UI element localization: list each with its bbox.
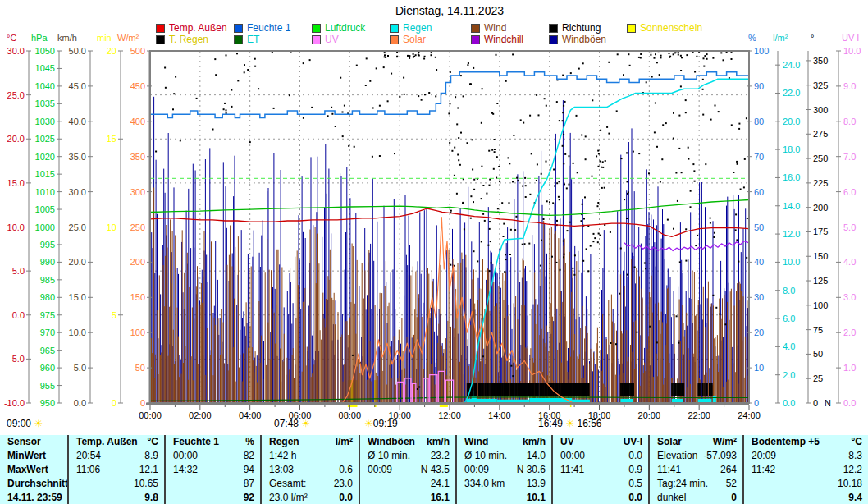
svg-text:l/m²: l/m² [773, 33, 788, 43]
table-cell: Sensor [0, 435, 67, 449]
cell-value: 0.0 [308, 492, 359, 503]
svg-text:N: N [825, 398, 831, 408]
svg-text:1030: 1030 [35, 117, 55, 126]
cell-value: 9.4 [752, 492, 868, 503]
cell-value: 0.6 [294, 464, 359, 475]
svg-text:%: % [748, 33, 756, 43]
svg-text:15.0: 15.0 [7, 178, 25, 188]
column-name: Windböen [360, 436, 415, 447]
column-name: Temp. Außen [69, 436, 138, 447]
svg-text:14:00: 14:00 [488, 410, 511, 420]
svg-text:min: min [97, 33, 112, 43]
cell-time: 00:00 [553, 450, 585, 461]
column-name: Solar [650, 436, 682, 447]
svg-text:18.0: 18.0 [783, 144, 800, 154]
svg-text:04:00: 04:00 [239, 410, 262, 420]
axis-deg: 0255075100125150175200225250275300325350… [806, 33, 831, 408]
axis-wm2: 050100150200250300350400450500W/m² [117, 33, 152, 408]
svg-text:7.0: 7.0 [843, 152, 856, 162]
cell-time: 13:03 [262, 464, 294, 475]
svg-text:1035: 1035 [35, 99, 55, 108]
svg-text:965: 965 [40, 346, 55, 355]
cell-value: -57.093 [697, 450, 742, 461]
table-cell: 10.18 [744, 476, 868, 490]
table-cell: 92 [166, 490, 260, 504]
svg-text:40: 40 [754, 257, 764, 267]
svg-text:150: 150 [813, 251, 828, 261]
table-cell: 11:41264 [650, 463, 742, 477]
svg-text:22:00: 22:00 [688, 410, 710, 420]
svg-text:9.0: 9.0 [843, 81, 856, 91]
svg-text:2.0: 2.0 [783, 370, 795, 380]
table-cell: 334.0 km13.9 [457, 476, 551, 490]
table-cell: 14:3294 [166, 463, 260, 477]
svg-text:250: 250 [130, 222, 145, 232]
column-unit: km/h [415, 436, 455, 447]
table-col-solar: SolarW/m²Elevation-57.09311:41264Tag:24 … [648, 435, 742, 504]
table-cell: Gesamt:23.0 [262, 476, 359, 490]
svg-text:175: 175 [813, 227, 828, 236]
cell-value: 82 [198, 450, 260, 461]
svg-text:02:00: 02:00 [189, 410, 212, 420]
cell-value: 16.1 [368, 492, 455, 503]
svg-text:20.0: 20.0 [783, 117, 800, 126]
table-cell: 00:0082 [166, 449, 260, 463]
table-cell: Bodentemp +5°C [744, 435, 868, 449]
cell-time: 23.0 l/m² [262, 492, 308, 503]
svg-text:0: 0 [140, 398, 145, 408]
svg-text:3.0: 3.0 [843, 292, 856, 302]
table-col-regen: Regenl/m²1:42 h13:030.6Gesamt:23.023.0 l… [260, 435, 359, 504]
svg-text:1000: 1000 [35, 222, 55, 232]
svg-text:4.0: 4.0 [843, 257, 856, 267]
svg-text:°C: °C [7, 33, 16, 43]
column-name: Bodentemp +5 [744, 436, 820, 447]
svg-text:20: 20 [107, 46, 116, 56]
cell-value: 23.0 [306, 478, 359, 489]
table-col-bodentemp-5: Bodentemp +5°C20:098.311:4212.210.189.4 [742, 435, 868, 504]
table-cell: 10.1 [457, 490, 551, 504]
table-cell: 11:0612.1 [69, 463, 164, 477]
cell-time: Gesamt: [262, 478, 306, 489]
table-cell: 10.65 [69, 476, 164, 490]
cell-time: 11:06 [69, 464, 100, 475]
svg-text:975: 975 [40, 310, 55, 320]
svg-text:70: 70 [754, 152, 764, 162]
svg-text:30.0: 30.0 [69, 187, 86, 197]
svg-text:985: 985 [40, 275, 55, 285]
table-cell: Ø 10 min.23.2 [360, 449, 455, 463]
svg-text:4.0: 4.0 [783, 341, 795, 351]
svg-text:km/h: km/h [57, 33, 77, 43]
svg-text:-10.0: -10.0 [4, 398, 25, 408]
row-label: MaxWert [0, 464, 48, 475]
cell-time: 1:42 h [262, 450, 296, 461]
table-cell: dunkel0 [650, 490, 742, 504]
svg-text:30.0: 30.0 [7, 46, 25, 56]
axis-uvi: 0.01.02.03.04.05.06.07.08.09.010.0UV-I [836, 33, 861, 408]
table-col-uv: UVUV-I00:000.011:410.90.50.0 [551, 435, 648, 504]
table-cell: 20:548.9 [69, 449, 164, 463]
svg-text:12:00: 12:00 [438, 410, 461, 420]
weather-chart: 00:0002:0004:0006:0008:0010:0012:0014:00… [0, 0, 868, 435]
row-label: MinWert [0, 450, 46, 461]
cell-time: Tag:24 min. [650, 478, 708, 489]
svg-text:-5.0: -5.0 [9, 354, 25, 364]
svg-text:300: 300 [813, 105, 828, 115]
cell-time: 11:42 [744, 464, 775, 475]
svg-text:0: 0 [813, 398, 818, 408]
row-label: Durchschnitt [0, 478, 67, 489]
cell-value: 10.18 [752, 478, 868, 489]
svg-text:450: 450 [130, 81, 145, 91]
cell-value: 0.0 [560, 492, 648, 503]
svg-text:5.0: 5.0 [74, 363, 86, 373]
svg-text:100: 100 [813, 300, 828, 310]
svg-text:990: 990 [40, 257, 55, 267]
svg-text:325: 325 [813, 80, 828, 90]
svg-text:15.0: 15.0 [69, 292, 86, 302]
svg-text:10.0: 10.0 [783, 257, 800, 267]
svg-text:970: 970 [40, 328, 55, 337]
table-cell: 20:098.3 [744, 449, 868, 463]
svg-text:20.0: 20.0 [7, 134, 25, 144]
svg-text:100: 100 [754, 46, 769, 56]
svg-text:1020: 1020 [35, 152, 55, 162]
svg-text:12.0: 12.0 [783, 229, 800, 239]
